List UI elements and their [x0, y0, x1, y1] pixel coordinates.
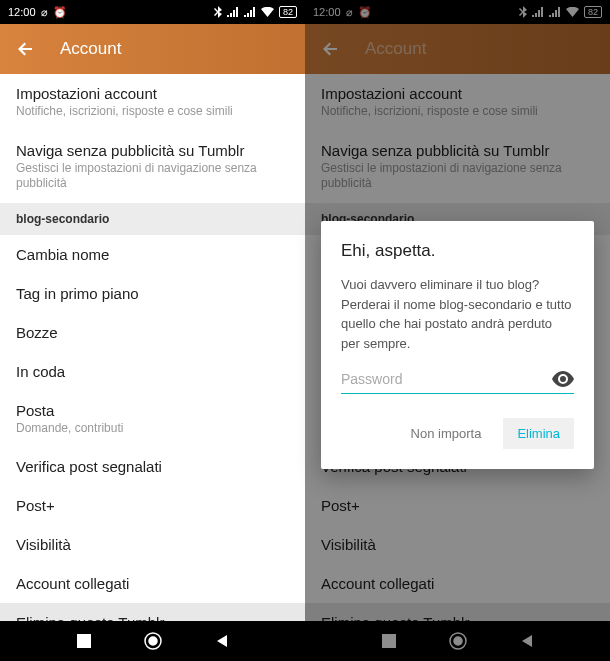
item-label: Posta: [16, 402, 289, 419]
status-time: 12:00: [8, 6, 36, 18]
item-label: Post+: [16, 497, 289, 514]
password-row: [341, 371, 574, 394]
item-label: Elimina questo Tumblr: [16, 614, 289, 621]
page-title: Account: [60, 39, 121, 59]
svg-point-2: [149, 637, 157, 645]
nav-recents-icon[interactable]: [77, 634, 91, 648]
battery-icon: 82: [279, 6, 297, 18]
nav-back-icon[interactable]: [215, 634, 229, 648]
app-bar: Account: [0, 24, 305, 74]
dialog-actions: Non importa Elimina: [341, 418, 574, 449]
phone-left: 12:00 ⌀ ⏰ 82 Account Impostazio: [0, 0, 305, 661]
item-delete-blog[interactable]: Elimina questo Tumblr: [0, 603, 305, 621]
confirm-button[interactable]: Elimina: [503, 418, 574, 449]
navigation-bar: [0, 621, 305, 661]
item-label: Tag in primo piano: [16, 285, 289, 302]
wifi-icon: [261, 7, 274, 17]
signal-icon-2: [244, 7, 256, 17]
dialog-body: Vuoi davvero eliminare il tuo blog? Perd…: [341, 275, 574, 353]
password-input[interactable]: [341, 371, 552, 387]
item-postplus[interactable]: Post+: [0, 486, 305, 525]
cancel-button[interactable]: Non importa: [397, 418, 496, 449]
item-label: Account collegati: [16, 575, 289, 592]
eye-icon[interactable]: [552, 371, 574, 387]
bluetooth-icon: [214, 6, 222, 18]
nav-home-icon[interactable]: [144, 632, 162, 650]
status-bar: 12:00 ⌀ ⏰ 82: [0, 0, 305, 24]
item-connected[interactable]: Account collegati: [0, 564, 305, 603]
item-drafts[interactable]: Bozze: [0, 313, 305, 352]
phone-right: 12:00 ⌀ ⏰ 82 Account Impostazio: [305, 0, 610, 661]
alarm-icon: ⏰: [53, 6, 67, 19]
item-sub: Gestisci le impostazioni di navigazione …: [16, 161, 289, 192]
item-rename[interactable]: Cambia nome: [0, 235, 305, 274]
item-sub: Domande, contributi: [16, 421, 289, 437]
item-label: Naviga senza pubblicità su Tumblr: [16, 142, 289, 159]
item-visibility[interactable]: Visibilità: [0, 525, 305, 564]
item-label: In coda: [16, 363, 289, 380]
back-icon[interactable]: [16, 39, 36, 59]
item-sub: Notifiche, iscrizioni, risposte e cose s…: [16, 104, 289, 120]
item-label: Bozze: [16, 324, 289, 341]
alarm-off-icon: ⌀: [41, 6, 48, 19]
item-label: Visibilità: [16, 536, 289, 553]
dialog-title: Ehi, aspetta.: [341, 241, 574, 261]
settings-list: Impostazioni account Notifiche, iscrizio…: [0, 74, 305, 621]
item-label: Cambia nome: [16, 246, 289, 263]
item-adfree[interactable]: Naviga senza pubblicità su Tumblr Gestis…: [0, 131, 305, 203]
item-inbox[interactable]: Posta Domande, contributi: [0, 391, 305, 448]
signal-icon: [227, 7, 239, 17]
item-account-settings[interactable]: Impostazioni account Notifiche, iscrizio…: [0, 74, 305, 131]
item-verify[interactable]: Verifica post segnalati: [0, 447, 305, 486]
item-queue[interactable]: In coda: [0, 352, 305, 391]
delete-confirm-dialog: Ehi, aspetta. Vuoi davvero eliminare il …: [321, 221, 594, 469]
item-label: Verifica post segnalati: [16, 458, 289, 475]
item-label: Impostazioni account: [16, 85, 289, 102]
svg-rect-0: [77, 634, 91, 648]
section-header: blog-secondario: [0, 203, 305, 235]
item-tags[interactable]: Tag in primo piano: [0, 274, 305, 313]
